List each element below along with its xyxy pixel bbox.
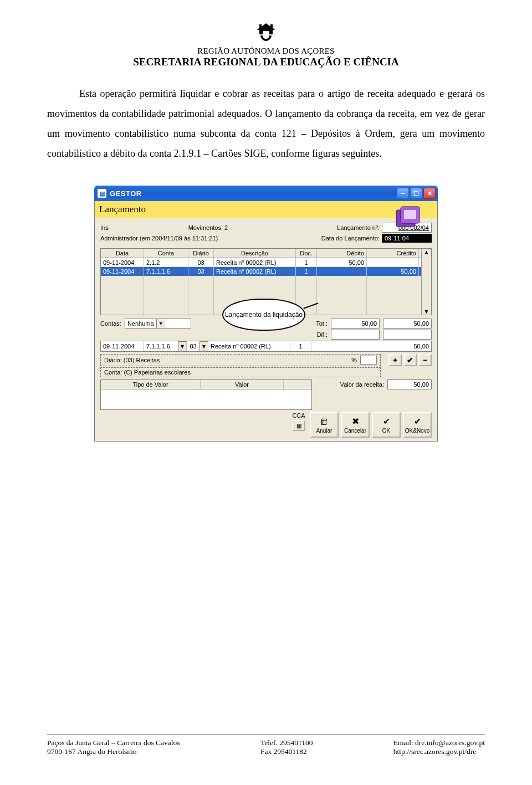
callout-bubble: Lançamento da liquidação xyxy=(222,299,305,331)
chevron-down-icon[interactable]: ▼ xyxy=(178,341,187,351)
trash-icon: 🗑 xyxy=(320,417,329,427)
ok-button[interactable]: ✔ OK xyxy=(372,412,401,438)
col-tipo-valor[interactable]: Tipo de Valor xyxy=(101,380,201,389)
col-credito[interactable]: Crédito xyxy=(367,249,419,258)
admin-line: Administrador (em 2004/11/09 às 11:31:21… xyxy=(100,235,218,242)
app-icon: ▤ xyxy=(98,189,106,198)
data-lancamento-label: Data do Lançamento: xyxy=(321,235,380,242)
check-new-icon: ✔ xyxy=(414,416,421,427)
anular-button[interactable]: 🗑 Anular xyxy=(310,412,339,438)
body-paragraph: Esta operação permitirá liquidar e cobra… xyxy=(47,84,485,163)
pct-input[interactable] xyxy=(360,356,377,365)
lower-grid-body xyxy=(101,389,311,409)
remove-button[interactable]: − xyxy=(418,354,432,366)
col-desc[interactable]: Descrição xyxy=(214,249,296,258)
chevron-down-icon[interactable]: ▼ xyxy=(200,341,208,351)
scroll-down-icon[interactable]: ▼ xyxy=(423,308,429,315)
ok-novo-button[interactable]: ✔ OK&Novo xyxy=(403,412,432,438)
col-valor[interactable]: Valor xyxy=(201,380,284,389)
titlebar[interactable]: ▤ GESTOR ─ ☐ ✕ xyxy=(94,186,438,201)
lancamento-num-label: Lançamento nº: xyxy=(337,224,380,231)
crest-icon xyxy=(255,22,277,44)
grid-scrollbar[interactable]: ▲ ▼ xyxy=(421,249,431,315)
footer-url: http://srec.azores.gov.pt/dre xyxy=(393,747,485,756)
section-title: Lançamento xyxy=(95,201,437,218)
confirm-button[interactable]: ✔ xyxy=(403,354,417,366)
tot-label: Tot.: xyxy=(311,320,328,327)
pct-label: % xyxy=(351,357,357,363)
footer-address-2: 9700-167 Angra do Heroísmo xyxy=(47,747,180,756)
col-doc[interactable]: Doc. xyxy=(296,249,317,258)
conta-box: Conta: (C) Papelarias escolares xyxy=(100,367,381,377)
maximize-button[interactable]: ☐ xyxy=(410,188,422,199)
cca-grid-button[interactable]: ▦ xyxy=(292,420,305,431)
page-footer: Paços da Junta Geral – Carreira dos Cava… xyxy=(47,735,485,756)
table-row[interactable]: 09-11-2004 7.1.1.1.6 03 Receita nº 00002… xyxy=(101,267,421,276)
footer-email: Email: dre.info@azores.gov.pt xyxy=(393,738,485,747)
tot-deb: 50,00 xyxy=(331,319,380,329)
region-line: REGIÃO AUTÓNOMA DOS AÇORES xyxy=(47,47,485,56)
svg-rect-2 xyxy=(404,210,416,219)
contas-label: Contas: xyxy=(100,320,121,327)
window-title: GESTOR xyxy=(110,189,397,198)
gestor-window: ▤ GESTOR ─ ☐ ✕ Lançamento Ins Moviment xyxy=(94,186,438,442)
valor-receita: 50,00 xyxy=(387,379,432,389)
cancel-icon: ✖ xyxy=(352,416,359,427)
valor-receita-label: Valor da receita: xyxy=(340,381,384,388)
dif-label: Dif.: xyxy=(311,331,328,338)
scroll-up-icon[interactable]: ▲ xyxy=(423,249,429,255)
footer-fax: Fax 295401182 xyxy=(260,747,313,756)
tot-cred: 50,00 xyxy=(383,319,432,329)
table-row[interactable]: 09-11-2004 2.1.2 03 Receita nº 00002 (RL… xyxy=(101,258,421,267)
dif-cred xyxy=(383,330,432,340)
col-conta[interactable]: Conta xyxy=(144,249,188,258)
contas-combo[interactable]: Nenhuma ▼ xyxy=(125,319,191,329)
movimentos-label: Movimentos: 2 xyxy=(188,224,228,231)
document-header: REGIÃO AUTÓNOMA DOS AÇORES SECRETARIA RE… xyxy=(47,22,485,68)
minimize-button[interactable]: ─ xyxy=(397,188,409,199)
add-button[interactable]: + xyxy=(388,354,402,366)
dif-deb xyxy=(331,330,380,340)
footer-address-1: Paços da Junta Geral – Carreira dos Cava… xyxy=(47,738,180,747)
chevron-down-icon[interactable]: ▼ xyxy=(156,319,165,328)
col-diario[interactable]: Diário xyxy=(188,249,214,258)
edit-row[interactable]: 09-11-2004 7.1.1.1.6 ▼ 03 ▼ Receita nº 0… xyxy=(100,341,432,352)
cancelar-button[interactable]: ✖ Cancelar xyxy=(341,412,370,438)
module-icon xyxy=(393,204,424,231)
check-icon: ✔ xyxy=(383,416,390,427)
footer-tel: Telef. 295401100 xyxy=(260,738,313,747)
col-data[interactable]: Data xyxy=(101,249,144,258)
data-lancamento-field[interactable]: 09-11-04 xyxy=(382,234,432,243)
cca-label: CCA xyxy=(292,412,305,419)
ins-label: Ins xyxy=(100,224,109,231)
close-button[interactable]: ✕ xyxy=(423,188,436,199)
col-debito[interactable]: Débito xyxy=(317,249,367,258)
diario-box: Diário: (03) Receitas % xyxy=(100,354,381,366)
secretaria-line: SECRETARIA REGIONAL DA EDUCAÇÃO E CIÊNCI… xyxy=(47,56,485,68)
